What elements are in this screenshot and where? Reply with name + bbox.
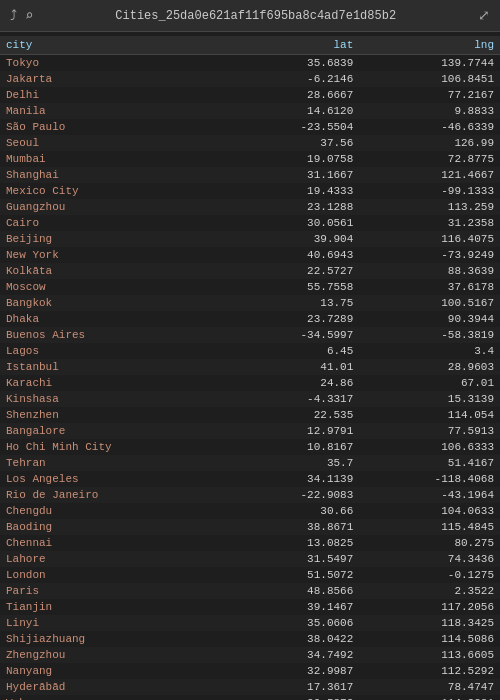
window-title: Cities_25da0e621af11f695ba8c4ad7e1d85b2: [33, 9, 478, 23]
lng-cell: 106.8451: [359, 71, 500, 87]
search-icon[interactable]: ⌕: [25, 7, 33, 24]
lat-cell: 31.5497: [232, 551, 360, 567]
cities-table: city lat lng Tokyo35.6839139.7744Jakarta…: [0, 36, 500, 700]
lat-cell: 32.9987: [232, 663, 360, 679]
lng-cell: 100.5167: [359, 295, 500, 311]
lng-cell: 51.4167: [359, 455, 500, 471]
table-row: Bangkok13.75100.5167: [0, 295, 500, 311]
table-row: Buenos Aires-34.5997-58.3819: [0, 327, 500, 343]
lat-cell: 40.6943: [232, 247, 360, 263]
table-row: Moscow55.755837.6178: [0, 279, 500, 295]
lng-cell: 106.6333: [359, 439, 500, 455]
lng-cell: 114.054: [359, 407, 500, 423]
lng-cell: 78.4747: [359, 679, 500, 695]
col-header-lat: lat: [232, 36, 360, 55]
lat-cell: 39.1467: [232, 599, 360, 615]
city-name-cell: Manila: [0, 103, 232, 119]
table-row: Shijiazhuang38.0422114.5086: [0, 631, 500, 647]
lat-cell: 22.535: [232, 407, 360, 423]
table-row: Delhi28.666777.2167: [0, 87, 500, 103]
city-name-cell: Zhengzhou: [0, 647, 232, 663]
lat-cell: -34.5997: [232, 327, 360, 343]
lat-cell: 31.1667: [232, 167, 360, 183]
lat-cell: 41.01: [232, 359, 360, 375]
lat-cell: 19.4333: [232, 183, 360, 199]
lng-cell: 88.3639: [359, 263, 500, 279]
lat-cell: -6.2146: [232, 71, 360, 87]
lat-cell: -22.9083: [232, 487, 360, 503]
city-name-cell: Cairo: [0, 215, 232, 231]
lng-cell: 74.3436: [359, 551, 500, 567]
lng-cell: -73.9249: [359, 247, 500, 263]
table-container: city lat lng Tokyo35.6839139.7744Jakarta…: [0, 32, 500, 700]
lng-cell: 114.5086: [359, 631, 500, 647]
table-row: Shanghai31.1667121.4667: [0, 167, 500, 183]
lng-cell: 112.5292: [359, 663, 500, 679]
lat-cell: 13.75: [232, 295, 360, 311]
table-row: Chennai13.082580.275: [0, 535, 500, 551]
lng-cell: 28.9603: [359, 359, 500, 375]
lat-cell: 12.9791: [232, 423, 360, 439]
table-row: Chengdu30.66104.0633: [0, 503, 500, 519]
lat-cell: 28.6667: [232, 87, 360, 103]
lng-cell: -43.1964: [359, 487, 500, 503]
table-row: Manila14.61209.8833: [0, 103, 500, 119]
city-name-cell: London: [0, 567, 232, 583]
table-row: Tokyo35.6839139.7744: [0, 55, 500, 72]
city-name-cell: Hyderābād: [0, 679, 232, 695]
table-row: Seoul37.56126.99: [0, 135, 500, 151]
table-row: Guangzhou23.1288113.259: [0, 199, 500, 215]
share-icon[interactable]: ⤴: [10, 8, 17, 24]
city-name-cell: Chennai: [0, 535, 232, 551]
lng-cell: 126.99: [359, 135, 500, 151]
city-name-cell: Shenzhen: [0, 407, 232, 423]
table-row: Tianjin39.1467117.2056: [0, 599, 500, 615]
table-row: São Paulo-23.5504-46.6339: [0, 119, 500, 135]
table-row: Baoding38.8671115.4845: [0, 519, 500, 535]
city-name-cell: Ho Chi Minh City: [0, 439, 232, 455]
lng-cell: -58.3819: [359, 327, 500, 343]
city-name-cell: Shanghai: [0, 167, 232, 183]
city-name-cell: Nanyang: [0, 663, 232, 679]
lng-cell: 72.8775: [359, 151, 500, 167]
city-name-cell: Moscow: [0, 279, 232, 295]
lng-cell: 77.2167: [359, 87, 500, 103]
lng-cell: 3.4: [359, 343, 500, 359]
lat-cell: 48.8566: [232, 583, 360, 599]
lng-cell: -46.6339: [359, 119, 500, 135]
table-row: Shenzhen22.535114.054: [0, 407, 500, 423]
city-name-cell: Istanbul: [0, 359, 232, 375]
lat-cell: 34.7492: [232, 647, 360, 663]
table-row: Kinshasa-4.331715.3139: [0, 391, 500, 407]
city-name-cell: Baoding: [0, 519, 232, 535]
table-row: Wuhan30.5872114.2881: [0, 695, 500, 700]
city-name-cell: Dhaka: [0, 311, 232, 327]
lng-cell: 67.01: [359, 375, 500, 391]
lat-cell: 35.0606: [232, 615, 360, 631]
lat-cell: 19.0758: [232, 151, 360, 167]
city-name-cell: Karachi: [0, 375, 232, 391]
lng-cell: 31.2358: [359, 215, 500, 231]
table-row: Dhaka23.728990.3944: [0, 311, 500, 327]
table-row: Paris48.85662.3522: [0, 583, 500, 599]
lat-cell: 24.86: [232, 375, 360, 391]
lng-cell: 115.4845: [359, 519, 500, 535]
expand-icon[interactable]: ⤢: [478, 7, 490, 24]
lng-cell: 37.6178: [359, 279, 500, 295]
lat-cell: 23.7289: [232, 311, 360, 327]
city-name-cell: New York: [0, 247, 232, 263]
table-header-row: city lat lng: [0, 36, 500, 55]
lng-cell: 15.3139: [359, 391, 500, 407]
lng-cell: 2.3522: [359, 583, 500, 599]
lat-cell: 13.0825: [232, 535, 360, 551]
lng-cell: 9.8833: [359, 103, 500, 119]
lat-cell: 30.0561: [232, 215, 360, 231]
city-name-cell: Los Angeles: [0, 471, 232, 487]
city-name-cell: Seoul: [0, 135, 232, 151]
table-row: Rio de Janeiro-22.9083-43.1964: [0, 487, 500, 503]
city-name-cell: Lahore: [0, 551, 232, 567]
city-name-cell: Bangkok: [0, 295, 232, 311]
table-row: Hyderābād17.361778.4747: [0, 679, 500, 695]
city-name-cell: Shijiazhuang: [0, 631, 232, 647]
table-row: Jakarta-6.2146106.8451: [0, 71, 500, 87]
